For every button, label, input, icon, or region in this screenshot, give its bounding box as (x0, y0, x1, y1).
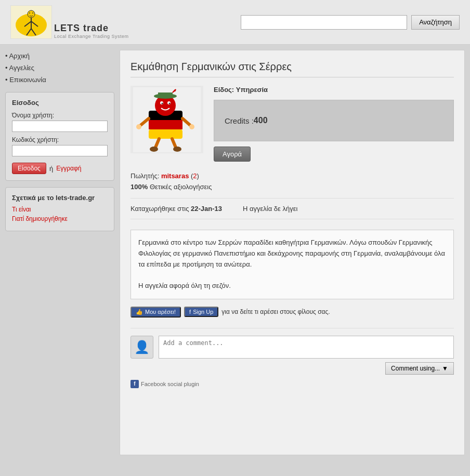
description-text2: Η αγγελία αφορά όλη τη σεζόν. (138, 281, 446, 292)
listing-image (130, 86, 203, 153)
listing-title: Εκμάθηση Γερμανικών στις Σέρρες (130, 61, 454, 73)
header: LETS trade Local Exchange Trading System… (0, 0, 470, 45)
comment-actions: Comment using... ▼ (159, 362, 454, 375)
credits-box: Credits : 400 (214, 100, 454, 141)
about-link-why[interactable]: Γιατί δημιουργήθηκε (12, 215, 108, 222)
meta-expiry: Η αγγελία δε λήγει (243, 205, 297, 213)
comment-row: 👤 Comment using... ▼ (130, 336, 454, 375)
login-row: Είσοδος ή Εγγραφή (12, 163, 108, 174)
logo-image (10, 5, 52, 39)
password-input[interactable] (12, 145, 108, 156)
positive-row: 100% Θετικές αξιολογήσεις (130, 183, 454, 191)
nav-item-listings[interactable]: Αγγελίες (5, 62, 114, 74)
main-layout: Αρχική Αγγελίες Επικοινωνία Είσοδος Όνομ… (0, 45, 470, 460)
comment-input-area: Comment using... ▼ (159, 336, 454, 375)
about-links: Τι είναι Γιατί δημιουργήθηκε (12, 206, 108, 222)
svg-point-23 (189, 124, 194, 129)
kind-label: Είδος: (214, 86, 234, 94)
like-button[interactable]: 👍 Μου αρέσει! (130, 307, 181, 318)
svg-point-8 (32, 12, 33, 14)
signup-button[interactable]: f Sign Up (184, 307, 218, 317)
listing-top: Είδος: Υπηρεσία Credits : 400 Αγορά (130, 86, 454, 162)
date-value: 22-Jan-13 (191, 205, 222, 213)
content-area: Εκμάθηση Γερμανικών στις Σέρρες (120, 50, 465, 455)
logo-subtitle: Local Exchange Trading System (54, 34, 129, 39)
svg-point-16 (162, 102, 163, 104)
nav-item-home[interactable]: Αρχική (5, 50, 114, 62)
svg-point-7 (29, 12, 30, 14)
meta-date: Καταχωρήθηκε στις 22-Jan-13 (130, 205, 222, 213)
facebook-icon: f (130, 380, 139, 388)
register-link[interactable]: Εγγραφή (56, 165, 81, 172)
about-box: Σχετικά με το lets-trade.gr Τι είναι Για… (5, 187, 114, 231)
search-button[interactable]: Αναζήτηση (411, 15, 460, 30)
reviews-link[interactable]: 2 (193, 172, 197, 180)
svg-point-27 (173, 147, 181, 152)
buy-button[interactable]: Αγορά (214, 147, 251, 162)
about-link-what[interactable]: Τι είναι (12, 206, 108, 213)
username-input[interactable] (12, 121, 108, 132)
logo-title: LETS trade (54, 23, 129, 34)
listing-info: Είδος: Υπηρεσία Credits : 400 Αγορά (214, 86, 454, 162)
expiry-label: Η αγγελία δε λήγει (243, 205, 297, 213)
nav-link-contact[interactable]: Επικοινωνία (9, 76, 46, 84)
avatar-icon: 👤 (134, 340, 150, 354)
avatar: 👤 (130, 336, 153, 359)
nav-list: Αρχική Αγγελίες Επικοινωνία (5, 50, 114, 86)
svg-point-17 (169, 102, 171, 104)
or-text: ή (49, 165, 53, 173)
logo-area: LETS trade Local Exchange Trading System (10, 5, 129, 39)
search-input[interactable] (241, 15, 407, 30)
mascot-svg (133, 87, 201, 152)
date-label: Καταχωρήθηκε στις (130, 205, 189, 213)
fb-plugin-label: Facebook social plugin (141, 381, 199, 387)
svg-point-22 (136, 124, 141, 129)
positive-percent: 100% (130, 183, 148, 191)
positive-label: Θετικές αξιολογήσεις (150, 183, 212, 191)
comments-section: 👤 Comment using... ▼ f Face (130, 328, 454, 388)
listing-kind: Είδος: Υπηρεσία (214, 86, 454, 94)
social-row: 👍 Μου αρέσει! f Sign Up για να δείτε τι … (130, 307, 454, 318)
description-box: Γερμανικά στο κέντρο των Σερρών παραδίδε… (130, 230, 454, 299)
username-label: Όνομα χρήστη: (12, 112, 108, 119)
comment-input[interactable] (159, 336, 454, 359)
svg-point-26 (150, 147, 158, 152)
nav-link-listings[interactable]: Αγγελίες (9, 64, 34, 72)
listing-meta: Καταχωρήθηκε στις 22-Jan-13 Η αγγελία δε… (130, 198, 454, 219)
svg-rect-12 (149, 129, 182, 139)
title-divider (130, 77, 454, 77)
svg-rect-11 (149, 120, 182, 129)
social-text: για να δείτε τι αρέσει στους φίλους σας. (221, 308, 330, 315)
about-title: Σχετικά με το lets-trade.gr (12, 194, 108, 202)
credits-label: Credits : (225, 116, 254, 125)
description-text: Γερμανικά στο κέντρο των Σερρών παραδίδε… (138, 237, 446, 270)
comment-using-label: Comment using... (391, 365, 440, 372)
logo-text-area: LETS trade Local Exchange Trading System (54, 22, 129, 39)
svg-rect-19 (158, 92, 173, 98)
nav-link-home[interactable]: Αρχική (9, 52, 30, 60)
kind-value: Υπηρεσία (236, 86, 268, 94)
fb-icon-signup: f (189, 309, 191, 315)
chevron-down-icon: ▼ (442, 365, 448, 372)
login-title: Είσοδος (12, 99, 108, 107)
seller-name[interactable]: mitsaras (161, 172, 189, 180)
credits-value: 400 (254, 116, 268, 125)
login-box: Είσοδος Όνομα χρήστη: Κωδικός χρήστη: Εί… (5, 92, 114, 181)
seller-row: Πωλητής: mitsaras (2) (130, 172, 454, 180)
sidebar: Αρχική Αγγελίες Επικοινωνία Είσοδος Όνομ… (5, 50, 114, 455)
logo-svg (13, 7, 49, 38)
search-area: Αναζήτηση (241, 15, 460, 30)
fb-icon-like: 👍 (136, 309, 143, 315)
comment-using-button[interactable]: Comment using... ▼ (385, 362, 454, 375)
seller-label: Πωλητής: (130, 172, 159, 180)
fb-plugin-row: f Facebook social plugin (130, 380, 454, 388)
nav-item-contact[interactable]: Επικοινωνία (5, 74, 114, 86)
login-button[interactable]: Είσοδος (12, 163, 46, 174)
password-label: Κωδικός χρήστη: (12, 136, 108, 143)
